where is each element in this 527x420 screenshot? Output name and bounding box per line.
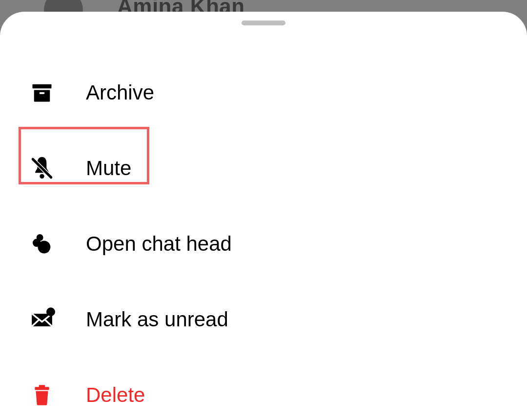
svg-point-10 xyxy=(46,307,55,316)
trash-icon xyxy=(28,381,56,409)
envelope-unread-icon xyxy=(28,306,56,333)
archive-icon xyxy=(28,79,56,106)
bell-slash-icon xyxy=(28,155,56,182)
svg-rect-0 xyxy=(33,84,52,88)
menu-item-delete[interactable]: Delete xyxy=(28,357,527,420)
menu-item-label: Open chat head xyxy=(86,232,232,256)
menu-item-open-chat-head[interactable]: Open chat head xyxy=(28,206,527,281)
menu-item-archive[interactable]: Archive xyxy=(28,55,527,130)
svg-point-7 xyxy=(38,240,50,253)
menu-item-label: Mute xyxy=(86,157,131,180)
action-sheet: Archive Mute Open chat he xyxy=(0,12,527,420)
menu-item-label: Delete xyxy=(86,383,145,407)
menu-item-label: Archive xyxy=(86,81,154,104)
svg-rect-12 xyxy=(39,385,45,387)
menu-list: Archive Mute Open chat he xyxy=(0,55,527,420)
svg-point-2 xyxy=(40,174,44,178)
menu-item-mark-unread[interactable]: Mark as unread xyxy=(28,281,527,357)
chat-head-icon xyxy=(28,230,56,258)
menu-item-label: Mark as unread xyxy=(86,308,228,331)
menu-item-mute[interactable]: Mute xyxy=(28,130,527,206)
svg-rect-1 xyxy=(40,92,45,94)
drag-handle[interactable] xyxy=(242,20,285,25)
